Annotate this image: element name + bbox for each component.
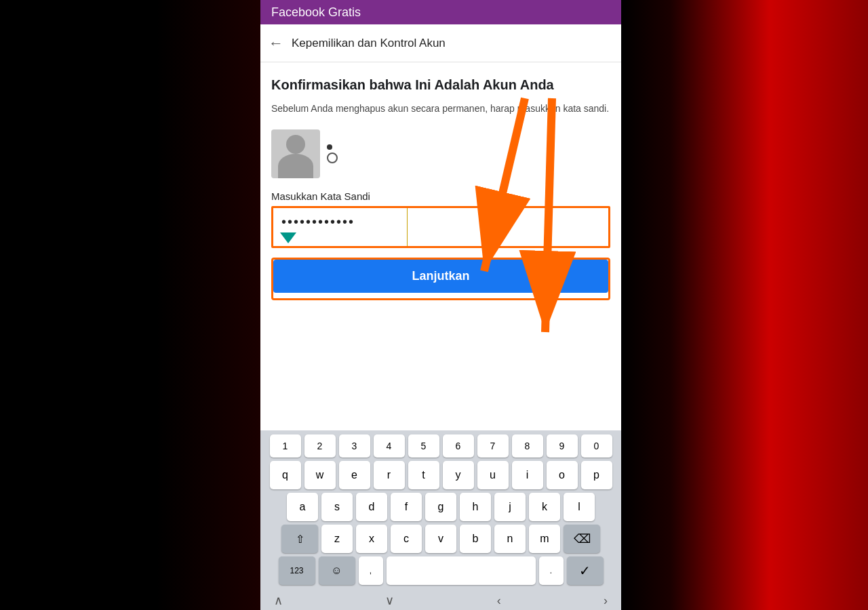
app-title: Facebook Gratis	[271, 5, 361, 20]
checkmark-key[interactable]: ✓	[567, 556, 604, 585]
nav-down[interactable]: ∨	[385, 593, 394, 608]
key-p[interactable]: p	[581, 461, 612, 489]
key-8[interactable]: 8	[512, 434, 543, 458]
key-123[interactable]: 123	[279, 556, 315, 585]
key-h[interactable]: h	[460, 493, 491, 521]
key-f[interactable]: f	[391, 493, 422, 521]
text-cursor	[280, 232, 296, 243]
bottom-nav: ∧ ∨ ‹ ›	[260, 591, 621, 610]
key-z[interactable]: z	[321, 525, 353, 553]
back-button[interactable]: ←	[269, 35, 283, 52]
key-i[interactable]: i	[512, 461, 543, 489]
key-g[interactable]: g	[425, 493, 456, 521]
header-title: Kepemilikan dan Kontrol Akun	[292, 37, 446, 50]
key-c[interactable]: c	[391, 525, 422, 553]
delete-key[interactable]: ⌫	[564, 525, 600, 553]
key-period[interactable]: .	[539, 556, 564, 585]
page-header: ← Kepemilikan dan Kontrol Akun	[260, 24, 621, 62]
key-o[interactable]: o	[547, 461, 578, 489]
shift-key[interactable]: ⇧	[281, 525, 318, 553]
nav-back[interactable]: ‹	[497, 594, 501, 608]
password-input-container[interactable]: ••••••••••••	[271, 206, 610, 248]
key-s[interactable]: s	[321, 493, 353, 521]
key-t[interactable]: t	[408, 461, 439, 489]
password-label: Masukkan Kata Sandi	[271, 190, 610, 202]
password-dots: ••••••••••••	[273, 208, 407, 232]
keyboard-row-bottom: 123 ☺ , . ✓	[262, 556, 620, 585]
key-7[interactable]: 7	[477, 434, 509, 458]
left-background	[0, 0, 260, 610]
right-background	[621, 0, 868, 610]
button-wrapper: Lanjutkan	[271, 258, 610, 300]
key-y[interactable]: y	[443, 461, 474, 489]
key-u[interactable]: u	[477, 461, 509, 489]
key-l[interactable]: l	[564, 493, 595, 521]
nav-forward[interactable]: ›	[604, 594, 608, 608]
keyboard-row-q: q w e r t y u i o p	[262, 461, 620, 489]
keyboard-row-z: ⇧ z x c v b n m ⌫	[262, 525, 620, 553]
key-a[interactable]: a	[287, 493, 318, 521]
space-key[interactable]	[387, 556, 536, 585]
key-comma[interactable]: ,	[359, 556, 383, 585]
key-j[interactable]: j	[494, 493, 526, 521]
key-9[interactable]: 9	[547, 434, 578, 458]
emoji-key[interactable]: ☺	[319, 556, 355, 585]
key-6[interactable]: 6	[443, 434, 474, 458]
phone-screen: Facebook Gratis ← Kepemilikan dan Kontro…	[260, 0, 621, 610]
confirm-title: Konfirmasikan bahwa Ini Adalah Akun Anda	[271, 76, 610, 94]
key-n[interactable]: n	[494, 525, 526, 553]
key-v[interactable]: v	[425, 525, 456, 553]
key-d[interactable]: d	[356, 493, 387, 521]
key-q[interactable]: q	[270, 461, 301, 489]
continue-button-box: Lanjutkan	[271, 258, 610, 300]
key-k[interactable]: k	[529, 493, 560, 521]
confirm-description: Sebelum Anda menghapus akun secara perma…	[271, 102, 610, 116]
password-input-row: ••••••••••••	[273, 208, 608, 246]
key-r[interactable]: r	[374, 461, 405, 489]
avatar-status	[327, 144, 338, 163]
avatar-body	[278, 154, 313, 178]
key-b[interactable]: b	[460, 525, 491, 553]
avatar-head	[286, 135, 305, 154]
key-0[interactable]: 0	[581, 434, 612, 458]
keyboard: 1 2 3 4 5 6 7 8 9 0 q w e r t y u i o p …	[260, 430, 621, 591]
password-input-right[interactable]	[408, 208, 608, 246]
keyboard-row-numbers: 1 2 3 4 5 6 7 8 9 0	[262, 434, 620, 458]
avatar-area	[271, 129, 610, 178]
continue-button[interactable]: Lanjutkan	[273, 260, 608, 293]
key-4[interactable]: 4	[374, 434, 405, 458]
avatar	[271, 129, 320, 178]
key-3[interactable]: 3	[339, 434, 370, 458]
nav-up[interactable]: ∧	[274, 593, 283, 608]
top-bar: Facebook Gratis	[260, 0, 621, 24]
status-dot-filled	[327, 144, 332, 150]
page-content: Konfirmasikan bahwa Ini Adalah Akun Anda…	[260, 62, 621, 430]
keyboard-row-a: a s d f g h j k l	[262, 493, 620, 521]
key-w[interactable]: w	[304, 461, 336, 489]
key-1[interactable]: 1	[270, 434, 301, 458]
key-m[interactable]: m	[529, 525, 560, 553]
key-2[interactable]: 2	[304, 434, 336, 458]
key-5[interactable]: 5	[408, 434, 439, 458]
status-dot-empty	[327, 152, 338, 163]
avatar-figure	[271, 129, 320, 178]
key-x[interactable]: x	[356, 525, 387, 553]
password-input-left[interactable]: ••••••••••••	[273, 208, 408, 246]
key-e[interactable]: e	[339, 461, 370, 489]
